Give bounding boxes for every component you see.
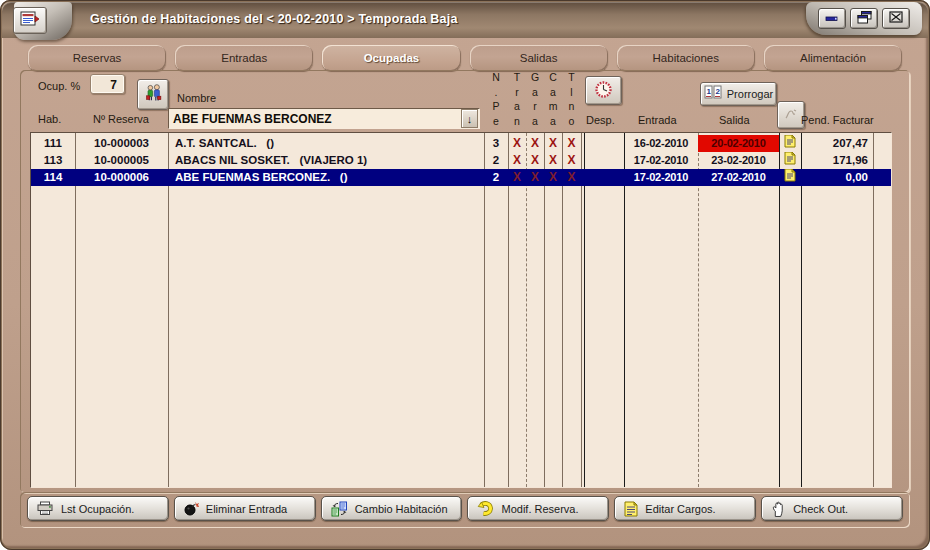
cell-entrada: 16-02-2010 (624, 135, 698, 152)
button-label: Cambio Habitación (355, 503, 448, 515)
prorrogar-button[interactable]: 1 2 Prorrogar (700, 82, 777, 106)
table-row[interactable]: 113 10-000005 ABACS NIL SOSKET. (VIAJERO… (31, 152, 891, 169)
column-divider (801, 133, 802, 487)
nombre-label: Nombre (177, 92, 216, 104)
column-divider (779, 133, 780, 487)
cell-entrada: 17-02-2010 (624, 169, 698, 186)
cell-reserva: 10-000005 (75, 152, 168, 169)
table-row-selected[interactable]: 114 10-000006 ABE FUENMAS BERCONEZ. () 2… (31, 169, 891, 186)
cell-hab: 111 (31, 135, 75, 152)
cell-charges (779, 152, 801, 169)
lst-ocupacion-button[interactable]: Lst Ocupación. (27, 496, 169, 521)
cell-npe: 2 (484, 152, 508, 169)
modif-reserva-button[interactable]: Modif. Reserva. (467, 496, 609, 521)
undo-arrow-icon (477, 501, 494, 516)
reservation-list-icon (20, 10, 40, 31)
cell-tlno-xmark: X (562, 169, 581, 186)
button-label: Eliminar Entrada (206, 503, 287, 515)
close-button[interactable] (882, 8, 910, 29)
column-divider (562, 133, 563, 487)
column-header-reserva: Nº Reserva (93, 113, 149, 125)
guests-icon (143, 83, 164, 107)
cell-tran-xmark: X (508, 169, 526, 186)
column-header-cama: C a m a (544, 70, 562, 128)
cell-pend-facturar: 0,00 (801, 169, 873, 186)
charges-document-icon (784, 169, 796, 186)
column-header-tran: T r a n (508, 70, 526, 128)
tab-reservas[interactable]: Reservas (28, 45, 166, 71)
tab-label: Ocupadas (364, 52, 420, 64)
column-divider (75, 133, 76, 487)
cell-tran-xmark: X (508, 135, 526, 152)
system-menu-button[interactable] (13, 7, 47, 34)
tab-label: Salidas (520, 52, 558, 64)
cell-desp (584, 152, 624, 169)
table-row[interactable]: 111 10-000003 A.T. SANTCAL. () 3 X X X X… (31, 135, 891, 152)
button-label: Check Out. (793, 503, 848, 515)
column-divider (624, 133, 625, 487)
despertador-button[interactable] (585, 76, 622, 105)
button-label: Modif. Reserva. (501, 503, 578, 515)
column-divider (584, 133, 585, 487)
cell-tran-xmark: X (508, 152, 526, 169)
svg-text:2: 2 (715, 87, 720, 96)
cell-desp (584, 169, 624, 186)
guests-button[interactable] (137, 79, 169, 110)
check-out-button[interactable]: Check Out. (761, 496, 903, 521)
alarm-clock-icon (594, 80, 613, 102)
cell-charges (779, 169, 801, 186)
minimize-button[interactable] (818, 8, 846, 29)
tab-habitaciones[interactable]: Habitaciones (617, 45, 755, 71)
titlebar: Gestión de Habitaciones del < 20-02-2010… (2, 2, 928, 38)
tab-label: Reservas (73, 52, 122, 64)
tab-ocupadas[interactable]: Ocupadas (322, 45, 460, 71)
restore-button[interactable] (850, 8, 878, 29)
column-header-pend-facturar: Pend. Facturar (801, 114, 874, 126)
cell-tail (873, 152, 891, 169)
tab-label: Alimentación (800, 52, 866, 64)
editar-cargos-button[interactable]: Editar Cargos. (614, 496, 756, 521)
charges-document-icon (784, 152, 796, 169)
cell-cama-xmark: X (544, 135, 562, 152)
occupied-rooms-table: 111 10-000003 A.T. SANTCAL. () 3 X X X X… (30, 132, 892, 488)
cell-hab: 113 (31, 152, 75, 169)
minimize-icon (825, 11, 839, 26)
button-label: Lst Ocupación. (61, 503, 134, 515)
cell-salida: 27-02-2010 (698, 169, 779, 186)
cell-pend-facturar: 171,96 (801, 152, 873, 169)
cambio-habitacion-button[interactable]: Cambio Habitación (321, 496, 463, 521)
column-header-salida: Salida (719, 114, 750, 126)
column-divider (168, 133, 169, 487)
charges-document-icon (784, 135, 796, 152)
tab-salidas[interactable]: Salidas (470, 45, 608, 71)
cell-entrada: 17-02-2010 (624, 152, 698, 169)
tab-entradas[interactable]: Entradas (175, 45, 313, 71)
disabled-note-icon (783, 106, 799, 125)
window-title: Gestión de Habitaciones del < 20-02-2010… (90, 12, 458, 26)
titlebar-right-ornament (806, 2, 922, 35)
pages-12-icon: 1 2 (704, 85, 722, 103)
name-combo-down-button[interactable]: ↓ (461, 109, 478, 128)
eliminar-entrada-button[interactable]: Eliminar Entrada (174, 496, 316, 521)
cell-charges (779, 135, 801, 152)
cell-gara-xmark: X (526, 135, 544, 152)
name-search-combo[interactable]: ABE FUENMAS BERCONEZ ↓ (168, 108, 480, 129)
close-icon (889, 11, 903, 26)
column-header-entrada: Entrada (638, 114, 677, 126)
cell-gara-xmark: X (526, 152, 544, 169)
column-header-npe: N . P e (484, 70, 508, 128)
cell-npe: 2 (484, 169, 508, 186)
cell-cama-xmark: X (544, 169, 562, 186)
tab-alimentacion[interactable]: Alimentación (764, 45, 902, 71)
tab-label: Habitaciones (653, 52, 719, 64)
tab-bar: Reservas Entradas Ocupadas Salidas Habit… (28, 45, 902, 71)
cell-salida-overdue: 20-02-2010 (698, 135, 779, 152)
button-label: Editar Cargos. (645, 503, 715, 515)
swap-rooms-icon (331, 501, 348, 517)
restore-icon (857, 11, 872, 27)
prorrogar-label: Prorrogar (727, 88, 773, 100)
column-divider (873, 133, 874, 487)
edit-document-icon (624, 501, 638, 517)
cell-nombre: A.T. SANTCAL. () (168, 135, 484, 152)
cell-hab: 114 (31, 169, 75, 186)
